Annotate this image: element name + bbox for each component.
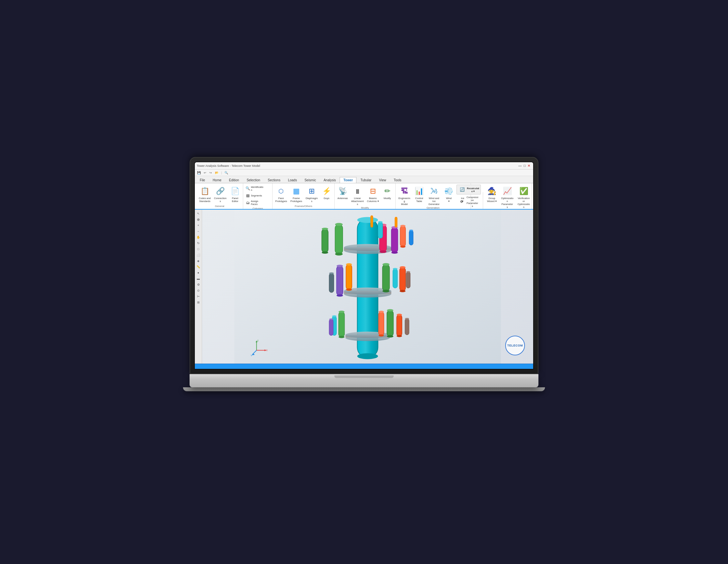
tool-rotate[interactable]: ↻ bbox=[195, 241, 201, 246]
tab-analysis[interactable]: Analysis bbox=[320, 177, 339, 183]
window-minimize[interactable]: — bbox=[518, 164, 522, 167]
svg-point-35 bbox=[346, 263, 352, 266]
wind-icon: 💨 bbox=[444, 186, 454, 196]
svg-point-44 bbox=[400, 290, 405, 292]
telecom-logo: TELECOM bbox=[505, 336, 525, 355]
beams-columns-button[interactable]: ⊟ BeamsColumns ▾ bbox=[366, 185, 380, 203]
svg-rect-34 bbox=[346, 265, 352, 290]
recalculate-button[interactable]: 🔄 Recalculate ▾ bbox=[456, 185, 481, 194]
frame-prototypes-label: FramePrototypes bbox=[290, 197, 302, 203]
tab-tools[interactable]: Tools bbox=[390, 177, 405, 183]
tool-center[interactable]: ⊙ bbox=[195, 288, 201, 293]
svg-rect-19 bbox=[378, 222, 383, 239]
tab-file[interactable]: File bbox=[196, 177, 209, 183]
tab-edition[interactable]: Edition bbox=[225, 177, 243, 183]
group-wizard-icon: 🧙 bbox=[486, 186, 497, 196]
tab-home[interactable]: Home bbox=[209, 177, 225, 183]
qa-redo[interactable]: ↪ bbox=[208, 171, 213, 175]
diaphragms-button[interactable]: ⊞ Diaphragms bbox=[304, 185, 319, 203]
diaphragms-icon: ⊞ bbox=[306, 186, 317, 196]
codes-icon: 📋 bbox=[199, 186, 210, 196]
redesign-button[interactable]: 🔁 Redesign bbox=[533, 185, 533, 200]
segments-label: Segments bbox=[251, 194, 262, 197]
svg-point-61 bbox=[387, 309, 394, 311]
svg-point-36 bbox=[346, 288, 352, 291]
panel-label: PanelEditor bbox=[232, 197, 238, 203]
tool-render-nodes[interactable]: ● bbox=[195, 270, 201, 275]
frame-prototypes-icon: ▦ bbox=[291, 186, 301, 196]
group-wizard-label: GroupWizard ▾ bbox=[487, 197, 497, 203]
tab-selection[interactable]: Selection bbox=[243, 177, 264, 183]
svg-point-9 bbox=[335, 253, 343, 256]
viewport-3d[interactable]: Z X Y bbox=[202, 210, 533, 364]
linear-attachments-label: LinearAttachments bbox=[351, 197, 364, 206]
qa-save[interactable]: 💾 bbox=[196, 171, 202, 175]
connections-label: Connections bbox=[214, 197, 226, 203]
svg-point-67 bbox=[405, 318, 409, 320]
connections-button[interactable]: 🔗 Connections bbox=[213, 185, 228, 203]
svg-point-38 bbox=[382, 263, 390, 266]
guys-label: Guys bbox=[324, 197, 329, 200]
tool-cursor[interactable]: ↖ bbox=[195, 211, 201, 216]
columns-items: 🔍 Identification ▤ Segments 🗂 Assign Fac… bbox=[245, 184, 271, 207]
identification-icon: 🔍 bbox=[246, 186, 250, 191]
window-maximize[interactable]: □ bbox=[524, 164, 526, 167]
guys-button[interactable]: ⚡ Guys bbox=[320, 185, 333, 200]
modify-button[interactable]: ✏ Modify bbox=[381, 185, 394, 200]
optimization-params-button[interactable]: 📈 OptimizationParameters bbox=[500, 185, 515, 209]
tool-iso-view[interactable]: ◈ bbox=[195, 258, 201, 264]
verification-optimization-button[interactable]: ✅ Verificationor Optimization bbox=[516, 185, 531, 209]
general-items: 📋 Codes andStandards 🔗 Connections 📄 Pan… bbox=[197, 184, 242, 205]
codes-standards-button[interactable]: 📋 Codes andStandards bbox=[197, 185, 212, 203]
ribbon-group-design: 🔄 Recalculate ▾ ⚙ Compression Parameters… bbox=[471, 183, 532, 209]
title-bar: Tower Analysis Software - Telecom Tower … bbox=[195, 162, 533, 169]
qa-open[interactable]: 📂 bbox=[214, 171, 220, 175]
svg-text:X: X bbox=[266, 349, 268, 352]
tool-measure[interactable]: 📏 bbox=[195, 264, 201, 269]
segments-button[interactable]: ▤ Segments bbox=[245, 192, 271, 198]
wind-button[interactable]: 💨 Wind▾ bbox=[442, 185, 455, 203]
guys-icon: ⚡ bbox=[321, 186, 332, 196]
tool-zoom-extent[interactable]: ⊕ bbox=[195, 217, 201, 222]
tool-table[interactable]: ⊞ bbox=[195, 300, 201, 305]
qa-search[interactable]: 🔍 bbox=[223, 171, 229, 175]
tool-top-view[interactable]: ⬜ bbox=[195, 252, 201, 258]
group-wizard-button[interactable]: 🧙 GroupWizard ▾ bbox=[485, 185, 498, 203]
tab-tubular[interactable]: Tubular bbox=[357, 177, 375, 183]
ribbon-group-attachments: 📡 Antennas ||| LinearAttachments ⊟ Beams… bbox=[335, 183, 396, 209]
tab-seismic[interactable]: Seismic bbox=[301, 177, 320, 183]
frame-prototypes-button[interactable]: ▦ FramePrototypes bbox=[289, 185, 303, 203]
tool-axis[interactable]: ⊢ bbox=[195, 294, 201, 299]
panel-editor-button[interactable]: 📄 PanelEditor bbox=[228, 185, 242, 203]
control-table-button[interactable]: 📊 ControlTable bbox=[413, 185, 426, 203]
laptop-base bbox=[190, 374, 538, 387]
antennas-button[interactable]: 📡 Antennas bbox=[336, 185, 349, 200]
design-items: 🔄 Recalculate ▾ ⚙ Compression Parameters… bbox=[456, 184, 533, 210]
identification-button[interactable]: 🔍 Identification bbox=[245, 185, 271, 192]
beams-columns-label: BeamsColumns ▾ bbox=[367, 197, 379, 203]
window-close[interactable]: ✕ bbox=[528, 164, 530, 167]
tab-loads[interactable]: Loads bbox=[284, 177, 300, 183]
codes-label: Codes andStandards bbox=[199, 197, 211, 203]
wind-ice-generator-button[interactable]: 🌬 Wind and IceGenerator bbox=[427, 185, 442, 206]
svg-rect-40 bbox=[393, 269, 398, 288]
qa-undo[interactable]: ↩ bbox=[203, 171, 207, 175]
tool-settings[interactable]: ⚙ bbox=[195, 282, 201, 287]
tool-zoom-in[interactable]: + bbox=[195, 223, 201, 228]
optimization-label: OptimizationParameters bbox=[501, 197, 513, 209]
tool-front-view[interactable]: □ bbox=[195, 246, 201, 252]
engineering-model-button[interactable]: 🏗 EngineeringModel bbox=[397, 185, 412, 206]
tool-render-elements[interactable]: ▬ bbox=[195, 276, 201, 281]
svg-rect-60 bbox=[387, 310, 394, 336]
tab-tower[interactable]: Tower bbox=[340, 177, 356, 183]
tab-view[interactable]: View bbox=[376, 177, 390, 183]
compression-params-button[interactable]: ⚙ Compression Parameters bbox=[456, 195, 481, 208]
tool-zoom-out[interactable]: − bbox=[195, 229, 201, 234]
linear-attachments-button[interactable]: ||| LinearAttachments bbox=[350, 185, 365, 206]
svg-point-25 bbox=[409, 230, 413, 231]
tool-pan[interactable]: ✋ bbox=[195, 235, 201, 240]
face-prototypes-button[interactable]: ⬡ FacePrototypes bbox=[274, 185, 288, 203]
svg-point-12 bbox=[322, 251, 328, 254]
tab-sections[interactable]: Sections bbox=[264, 177, 284, 183]
assign-faces-button[interactable]: 🗂 Assign Faces bbox=[245, 199, 271, 206]
